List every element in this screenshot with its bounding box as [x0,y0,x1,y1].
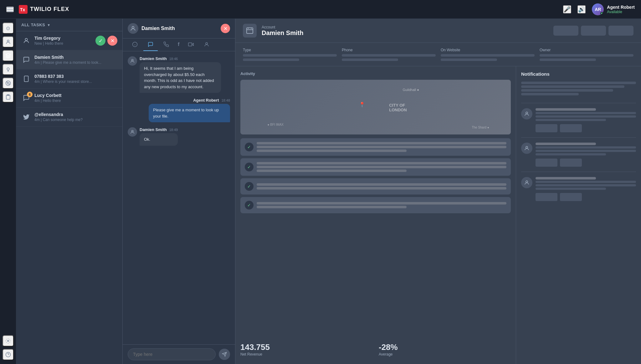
notif-item-3 [521,177,636,201]
activity-lines-2 [257,162,506,172]
top-navigation: Tx TWILIO FLEX 🎤 🔊 AR Agent Robert Avail… [0,0,641,19]
field-value-owner [540,54,633,57]
svg-line-10 [9,84,10,85]
agent-info: AR Agent Robert Available [592,3,635,15]
notif-content-1 [536,108,636,132]
notif-text-2a [536,146,636,149]
chat-input[interactable] [128,348,216,360]
notif-btn-1a[interactable] [536,124,557,132]
tab-facebook[interactable]: f [175,39,182,50]
svg-marker-3 [6,53,10,56]
agent-details: Agent Robert Available [607,5,635,14]
notif-divider-3 [521,172,636,172]
notif-btn-3b[interactable] [560,193,582,201]
sidebar-item-help[interactable] [3,349,14,360]
chat-messages: Damien Smith 18:46 Hi, It seems that I a… [123,51,235,344]
sidebar-item-clipboard[interactable] [3,91,14,103]
chat-user-name: Damien Smith [141,26,175,31]
task-header: ALL TASKS ▼ [16,19,122,31]
task-item-phone[interactable]: 07883 837 383 4m | Where is your nearest… [16,69,122,88]
tab-video[interactable] [184,38,198,51]
field-owner: Owner [540,48,633,61]
message-damien-1: Damien Smith 18:46 Hi, It seems that I a… [128,56,230,93]
sidebar-item-layers[interactable] [3,50,14,61]
activity-line-1c [257,149,407,152]
msg-text-3: Ok. [140,133,178,146]
account-name: Damien Smith [262,29,548,37]
tab-user[interactable] [199,38,214,51]
task-icon-chat-damien [21,55,31,65]
task-item-ellensandra[interactable]: @ellensandra 4m | Can someone help me? [16,108,122,127]
activity-item-4: ✓ [240,197,511,213]
map-city-label: CITY OFLONDON [389,103,407,112]
msg-header-3: Damien Smith 18:49 [140,127,178,132]
task-name-damien: Damien Smith [34,55,117,60]
tab-info[interactable] [128,38,142,51]
msg-avatar-damien [128,56,137,66]
nav-icons: 🎤 🔊 AR Agent Robert Available [563,3,635,15]
mic-button[interactable]: 🎤 [563,5,571,13]
msg-bubble-2: Agent Robert 18:48 Please give me a mome… [149,98,230,122]
account-btn-3[interactable] [608,26,633,36]
field-label-type: Type [243,48,337,52]
task-content-phone: 07883 837 383 4m | Where is your nearest… [34,74,117,84]
notif-btn-3a[interactable] [536,193,557,201]
sidebar-item-bulb[interactable] [3,64,14,75]
field-phone: Phone [342,48,436,61]
task-icon-chat-lucy: 6 [21,93,31,103]
metric-average: -28% Average [379,342,511,356]
chat-panel: Damien Smith ✕ f [123,19,235,364]
tab-chat[interactable] [143,38,158,51]
msg-text-2: Please give me a moment to look up your … [149,104,230,122]
account-header: Account Damien Smith [235,19,641,43]
task-item-tim-gregory[interactable]: Tim Gregory New | Hello there ✓ ✕ [16,31,122,50]
svg-point-8 [7,82,9,84]
svg-marker-22 [192,43,193,46]
msg-sender-2: Agent Robert [193,98,219,103]
field-website: On Website [441,48,535,61]
reject-button-tim[interactable]: ✕ [107,36,117,46]
task-header-chevron: ▼ [47,23,50,27]
notif-btn-1b[interactable] [560,124,582,132]
task-item-damien-smith[interactable]: Damien Smith 4m | Please give me a momen… [16,50,122,69]
sidebar-item-home[interactable]: ⊙ [3,23,14,34]
chat-close-button[interactable]: ✕ [221,24,230,33]
speaker-button[interactable]: 🔊 [577,5,586,13]
account-fields: Type Phone On Website Owner [235,43,641,66]
notif-btn-2b[interactable] [560,159,582,167]
metric-revenue-label: Net Revenue [240,352,372,356]
map-bfi: ● BFI IMAX [267,123,284,126]
task-actions-tim: ✓ ✕ [95,36,117,46]
msg-time-1: 18:46 [169,57,178,61]
account-btn-2[interactable] [581,26,606,36]
svg-point-33 [526,112,528,114]
msg-time-3: 18:49 [169,128,178,132]
notif-text-2b [536,150,636,152]
tab-phone[interactable] [159,38,173,51]
hamburger-button[interactable] [6,7,14,12]
send-button[interactable] [219,349,230,360]
account-btn-1[interactable] [553,26,578,36]
activity-item-3: ✓ [240,178,511,195]
task-icon-phone [21,74,31,84]
activity-lines-4 [257,202,506,208]
accept-button-tim[interactable]: ✓ [95,36,105,46]
sidebar-item-analytics[interactable] [3,78,14,89]
sidebar: ⊙ [0,19,16,364]
field-type: Type [243,48,337,61]
notif-btns-1 [536,124,636,132]
notif-texts-2 [536,146,636,155]
notif-btn-2a[interactable] [536,159,557,167]
activity-line-3a [257,183,506,186]
notif-content-2 [536,143,636,167]
sidebar-item-person[interactable] [3,36,14,48]
task-item-lucy-corbett[interactable]: 6 Lucy Corbett 4m | Hello there [16,88,122,108]
metric-revenue-value: 143.755 [240,342,372,352]
logo-text: TWILIO FLEX [30,6,69,13]
svg-point-2 [7,40,9,42]
sidebar-item-settings[interactable] [3,335,14,346]
map-area: Guildhall ● 📍 CITY OFLONDON ● BFI IMAX T… [240,80,511,134]
task-name-ellensandra: @ellensandra [34,112,117,117]
lucy-badge: 6 [27,92,33,97]
svg-point-35 [526,181,528,183]
